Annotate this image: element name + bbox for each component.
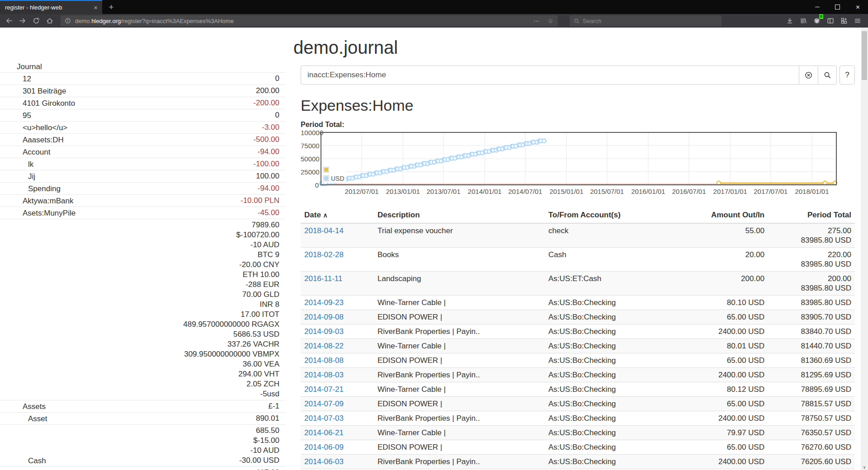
transaction-date-link[interactable]: 2014-09-08 (304, 313, 344, 321)
reload-button[interactable] (30, 15, 42, 27)
sidebar-account-asets-munypile[interactable]: Asets:MunyPile (0, 208, 258, 218)
register-row[interactable]: 2014-08-08EDISON POWER |As:US:Bo:Checkin… (301, 353, 855, 368)
transaction-date-link[interactable]: 2014-08-08 (304, 356, 344, 365)
sidebar-account-12[interactable]: 12 (0, 74, 275, 84)
transaction-account: As:US:Bo:Checking (545, 397, 680, 411)
transaction-period-total: 78750.57 USD (768, 411, 855, 426)
transaction-account: As:US:Bo:Checking (545, 426, 680, 440)
main-column: demo.journal ? Expenses:Home Period Tota… (301, 28, 855, 470)
close-button[interactable]: ✕ (848, 0, 868, 14)
transaction-date-link[interactable]: 2014-07-09 (304, 400, 344, 408)
transaction-date-link[interactable]: 2014-09-23 (304, 298, 344, 307)
sidebar-account-row: 7989.60$-100720.00-10 AUDBTC 9-20.00 CNY… (0, 219, 286, 400)
transaction-date-link[interactable]: 2018-04-14 (304, 226, 344, 235)
register-row[interactable]: 2014-07-03RiverBank Properties | Payin..… (301, 411, 855, 426)
page-actions-icon[interactable]: ⋯ (530, 17, 543, 24)
forward-button[interactable] (16, 15, 29, 27)
sidebar-account-asset[interactable]: Asset (0, 414, 256, 423)
register-row[interactable]: 2014-06-21Wine-Tarner Cable |As:US:Bo:Ch… (301, 426, 855, 440)
page-scrollbar[interactable]: ∨ (861, 28, 868, 470)
home-button[interactable] (43, 15, 56, 27)
minimize-icon (815, 7, 820, 7)
sidebar-account-assets[interactable]: Assets (0, 402, 268, 411)
sidebar-account-301-beitr-ge[interactable]: 301 Beiträge (0, 86, 256, 96)
maximize-button[interactable] (827, 0, 848, 14)
transaction-date-link[interactable]: 2014-06-09 (304, 443, 344, 451)
sidebar-account-95[interactable]: 95 (0, 111, 275, 120)
scrollbar-down-arrow[interactable]: ∨ (861, 465, 868, 470)
register-row[interactable]: 2014-07-09EDISON POWER |As:US:Bo:Checkin… (301, 397, 855, 411)
sidebar-account-aktywa-mbank[interactable]: Aktywa:mBank (0, 196, 241, 206)
register-row[interactable]: 2014-06-09EDISON POWER |As:US:Bo:Checkin… (301, 440, 855, 455)
sidebar-account-account[interactable]: Account (0, 147, 258, 157)
transaction-date-link[interactable]: 2014-06-03 (304, 457, 344, 466)
transaction-description: Wine-Tarner Cable | (374, 382, 545, 397)
register-row[interactable]: 2014-09-23Wine-Tarner Cable |As:US:Bo:Ch… (301, 296, 855, 310)
sidebar-account-lk[interactable]: lk (0, 160, 253, 169)
extension-greasemonkey-button[interactable]: 0 (810, 15, 824, 27)
register-row[interactable]: 2018-02-28BooksCash20.00220.0083985.80 U… (301, 248, 855, 272)
sidebar-account-row: Cash685.50$-15.00-10 AUD-30.00 USD (0, 424, 286, 466)
help-button[interactable]: ? (840, 66, 855, 85)
menu-button[interactable] (851, 15, 864, 27)
legend-swatch (323, 175, 329, 181)
library-button[interactable] (797, 15, 810, 27)
sidebar-account-journal[interactable]: Journal (0, 62, 279, 71)
back-button[interactable] (3, 15, 15, 27)
screenshots-grid-button[interactable] (837, 15, 851, 27)
register-row[interactable]: 2014-09-03RiverBank Properties | Payin..… (301, 324, 855, 339)
transaction-date-link[interactable]: 2014-09-03 (304, 327, 344, 336)
transaction-date-link[interactable]: 2014-07-21 (304, 385, 344, 394)
transaction-date-link[interactable]: 2014-07-03 (304, 414, 344, 423)
hamburger-menu-icon (854, 17, 861, 24)
register-header-row: Date ∧ Description To/From Account(s) Am… (301, 207, 855, 223)
register-row[interactable]: 2016-11-11LandscapingAs:US:ET:Cash200.00… (301, 272, 855, 296)
header-date[interactable]: Date ∧ (301, 207, 374, 223)
tab-close-icon[interactable]: × (89, 4, 102, 11)
sidebar-account-row: 4101 Girokonto-200.00 (0, 97, 286, 109)
search-button[interactable] (818, 66, 837, 85)
transaction-description: RiverBank Properties | Payin.. (374, 324, 545, 339)
scrollbar-thumb[interactable] (862, 31, 867, 80)
sidebar-account-balance: 100.00 (256, 171, 279, 181)
transaction-description: Wine-Tarner Cable | (374, 296, 545, 310)
transaction-date-link[interactable]: 2014-08-22 (304, 342, 344, 350)
search-placeholder: Search (583, 18, 601, 24)
site-info-icon[interactable] (65, 18, 71, 24)
transaction-account: As:US:Bo:Checking (545, 440, 680, 455)
sidebar-account-jij[interactable]: Jij (0, 172, 256, 181)
sidebar-account--u-hello-u-[interactable]: <u>hello</u> (0, 123, 262, 132)
x-axis-tick-label: 2014/07/01 (505, 188, 546, 195)
url-bar[interactable]: demo.hledger.org/register?q=inacct%3AExp… (61, 15, 558, 26)
browser-search-bar[interactable]: Search (570, 15, 722, 26)
browser-tab[interactable]: register - hledger-web × (0, 0, 102, 14)
sidebar-account-4101-girokonto[interactable]: 4101 Girokonto (0, 99, 253, 108)
sidebar-account-row: Asset890.01 (0, 412, 286, 424)
bookmark-star-icon[interactable]: ☆ (543, 17, 558, 24)
back-icon (5, 17, 13, 24)
transaction-date-link[interactable]: 2014-06-21 (304, 428, 344, 437)
transaction-date-link[interactable]: 2016-11-11 (304, 274, 342, 283)
sidebar-account-aaasets-dh[interactable]: Aaasets:DH (0, 135, 253, 145)
sidebars-button[interactable] (824, 15, 837, 27)
register-row[interactable]: 2014-08-03RiverBank Properties | Payin..… (301, 368, 855, 382)
sidebar-account-spending[interactable]: Spending (0, 184, 258, 193)
sidebar-account-balance: -94.00 (258, 147, 279, 157)
register-row[interactable]: 2014-09-08EDISON POWER |As:US:Bo:Checkin… (301, 310, 855, 324)
query-input[interactable] (301, 66, 799, 85)
clear-query-button[interactable] (799, 66, 818, 85)
register-row[interactable]: 2018-04-14Trial expense vouchercheck55.0… (301, 223, 855, 248)
transaction-date-link[interactable]: 2018-02-28 (304, 250, 344, 259)
download-button[interactable] (783, 15, 797, 27)
transaction-amount: 80.12 USD (680, 382, 768, 397)
register-row[interactable]: 2014-06-03RiverBank Properties | Payin..… (301, 455, 855, 469)
new-tab-button[interactable]: + (105, 0, 118, 14)
register-row[interactable]: 2014-07-21Wine-Tarner Cable |As:US:Bo:Ch… (301, 382, 855, 397)
sidebar-account-cash[interactable]: Cash (0, 456, 239, 465)
page-title: demo.journal (293, 38, 855, 58)
register-row[interactable]: 2014-08-22Wine-Tarner Cable |As:US:Bo:Ch… (301, 339, 855, 353)
transaction-date-link[interactable]: 2014-08-03 (304, 371, 344, 379)
sidebar-account-balance: £-1 (268, 401, 279, 411)
minimize-button[interactable] (807, 0, 827, 14)
transaction-period-total: 81440.70 USD (768, 339, 855, 353)
